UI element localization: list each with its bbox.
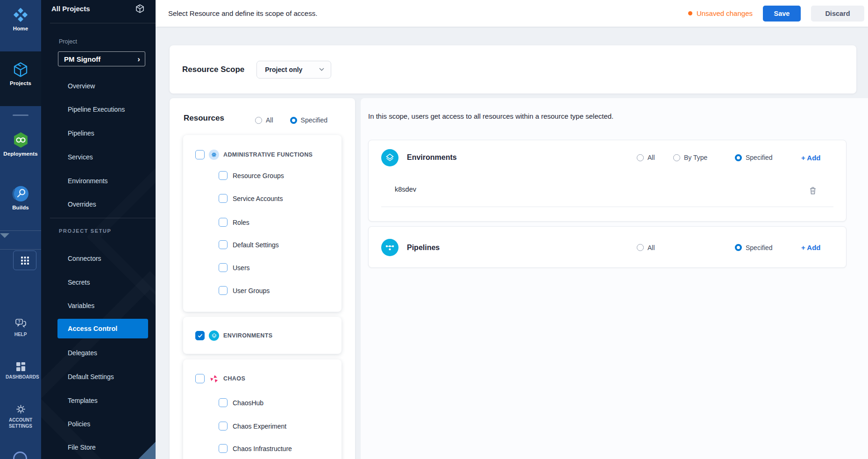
- environment-item-k8sdev[interactable]: k8sdev: [395, 186, 416, 193]
- sidebar-item-environments[interactable]: Environments: [68, 176, 108, 186]
- project-selector[interactable]: PM Signoff ›: [58, 51, 145, 66]
- user-avatar[interactable]: [13, 452, 27, 459]
- checkbox-row-resource-groups[interactable]: Resource Groups: [219, 171, 284, 180]
- discard-button[interactable]: Discard: [811, 6, 864, 22]
- group-label: ENVIRONMENTS: [223, 332, 273, 339]
- checkbox-row-service-accounts[interactable]: Service Accounts: [219, 194, 283, 203]
- rail-collapse-chevron[interactable]: [0, 238, 41, 246]
- radio-selected-icon: [735, 154, 742, 161]
- radio-specified[interactable]: Specified: [290, 116, 328, 124]
- gear-icon: [15, 404, 26, 415]
- pipelines-scope-radios: All Specified + Add: [637, 227, 821, 268]
- app-root: Home Projects Deployments: [0, 0, 868, 459]
- sidebar-item-file-store[interactable]: File Store: [68, 442, 96, 452]
- sidebar-item-pipelines[interactable]: Pipelines: [68, 128, 94, 138]
- radio-env-specified[interactable]: Specified: [735, 154, 801, 161]
- rail-item-dashboards[interactable]: DASHBOARDS: [0, 362, 41, 380]
- checkbox-row-default-settings[interactable]: Default Settings: [219, 240, 279, 249]
- resource-scope-value: Project only: [265, 66, 302, 73]
- checkbox-label: Users: [233, 264, 250, 272]
- add-pipeline-button[interactable]: + Add: [801, 244, 821, 251]
- resource-group-card-environments: ENVIRONMENTS: [183, 317, 342, 354]
- radio-label: All: [647, 244, 655, 251]
- add-environment-button[interactable]: + Add: [801, 154, 821, 162]
- resource-scope-label: Resource Scope: [182, 65, 244, 74]
- rail-item-account-settings[interactable]: ACCOUNT SETTINGS: [0, 404, 41, 429]
- module-rail: Home Projects Deployments: [0, 0, 41, 459]
- sidebar-item-default-settings[interactable]: Default Settings: [68, 372, 114, 382]
- sidebar-item-overview[interactable]: Overview: [68, 81, 95, 91]
- rail-item-builds[interactable]: Builds: [0, 185, 41, 210]
- sidebar-item-connectors[interactable]: Connectors: [68, 253, 101, 264]
- resource-group-card-chaos: CHAOS ChaosHub Chaos Experiment Chaos In…: [183, 359, 342, 459]
- all-projects-label: All Projects: [51, 5, 90, 13]
- module-selector-button[interactable]: [13, 251, 36, 270]
- deployments-icon: [12, 131, 29, 149]
- sidebar-item-services[interactable]: Services: [68, 152, 93, 162]
- checkbox-row-chaoshub[interactable]: ChaosHub: [219, 398, 263, 407]
- checkbox-label: Service Accounts: [233, 195, 283, 202]
- resource-group-card-admin: ADMINISTRATIVE FUNCTIONS Resource Groups…: [183, 135, 342, 312]
- checkbox-admin-functions[interactable]: [195, 150, 205, 159]
- resources-title: Resources: [184, 114, 224, 123]
- projects-icon: [12, 61, 29, 78]
- rail-separator: [0, 230, 41, 231]
- project-field-label: Project: [59, 38, 77, 45]
- sidebar-item-templates[interactable]: Templates: [68, 395, 98, 406]
- card-title: Environments: [407, 153, 457, 162]
- radio-pipelines-specified[interactable]: Specified: [735, 244, 801, 251]
- sidebar-item-delegates[interactable]: Delegates: [68, 348, 97, 358]
- scope-card-pipelines: Pipelines All Specified + Add: [368, 226, 847, 268]
- checkbox-chaos[interactable]: [195, 374, 205, 383]
- radio-all[interactable]: All: [255, 116, 273, 124]
- checkbox-environments-checked[interactable]: [195, 331, 205, 340]
- sidebar-item-access-control[interactable]: Access Control: [57, 319, 148, 338]
- resource-scope-dropdown[interactable]: Project only: [256, 61, 331, 79]
- unsaved-dot-icon: [688, 11, 692, 15]
- sidebar-item-overrides[interactable]: Overrides: [68, 199, 96, 209]
- sidebar-item-pipeline-executions[interactable]: Pipeline Executions: [68, 104, 125, 115]
- rail-item-help[interactable]: ? HELP: [0, 318, 41, 337]
- checkbox-icon: [219, 171, 228, 180]
- all-projects-selector[interactable]: All Projects: [51, 4, 145, 14]
- sidebar-item-policies[interactable]: Policies: [68, 419, 90, 429]
- checkbox-label: ChaosHub: [233, 399, 263, 407]
- checkbox-row-user-groups[interactable]: User Groups: [219, 286, 270, 295]
- checkbox-row-chaos-infrastructure[interactable]: Chaos Infrastructure: [219, 444, 292, 453]
- rail-divider-dash: [13, 115, 28, 116]
- rail-item-deployments[interactable]: Deployments: [0, 131, 41, 157]
- group-header-chaos: CHAOS: [195, 374, 245, 383]
- admin-functions-icon: [209, 150, 219, 160]
- rail-item-home[interactable]: Home: [0, 7, 41, 31]
- builds-icon: [12, 185, 29, 202]
- rail-item-label: DASHBOARDS: [6, 374, 36, 380]
- chevron-right-icon: ›: [137, 55, 140, 63]
- rail-item-projects[interactable]: Projects: [0, 51, 41, 106]
- checkbox-label: Roles: [233, 219, 249, 226]
- checkbox-icon: [219, 194, 228, 203]
- sidebar-item-variables[interactable]: Variables: [68, 301, 94, 311]
- checkbox-label: Resource Groups: [233, 172, 284, 179]
- radio-pipelines-all[interactable]: All: [637, 244, 673, 251]
- rail-item-label: Deployments: [3, 151, 37, 157]
- trash-icon[interactable]: [809, 186, 817, 195]
- checkbox-icon: [219, 240, 228, 249]
- save-button[interactable]: Save: [763, 6, 801, 22]
- project-setup-section-label: PROJECT SETUP: [59, 228, 112, 234]
- radio-env-by-type[interactable]: By Type: [673, 154, 735, 161]
- active-item-label: Access Control: [68, 325, 117, 332]
- checkbox-row-roles[interactable]: Roles: [219, 218, 249, 227]
- rail-item-label: HELP: [14, 331, 27, 337]
- sidebar-item-secrets[interactable]: Secrets: [68, 277, 90, 287]
- checkbox-icon: [219, 422, 228, 430]
- environments-scope-radios: All By Type Specified + Add: [637, 140, 821, 175]
- checkbox-row-users[interactable]: Users: [219, 263, 250, 272]
- scope-detail-region: In this scope, users get access to all r…: [361, 98, 868, 459]
- radio-label: All: [647, 154, 655, 161]
- pipelines-card-header: Pipelines All Specified + Add: [369, 227, 846, 268]
- resources-panel: Resources All Specified ADM: [170, 98, 355, 459]
- radio-env-all[interactable]: All: [637, 154, 673, 161]
- resources-mode-radios: All Specified: [255, 116, 327, 124]
- checkbox-row-chaos-experiment[interactable]: Chaos Experiment: [219, 422, 286, 430]
- checkbox-icon: [219, 218, 228, 227]
